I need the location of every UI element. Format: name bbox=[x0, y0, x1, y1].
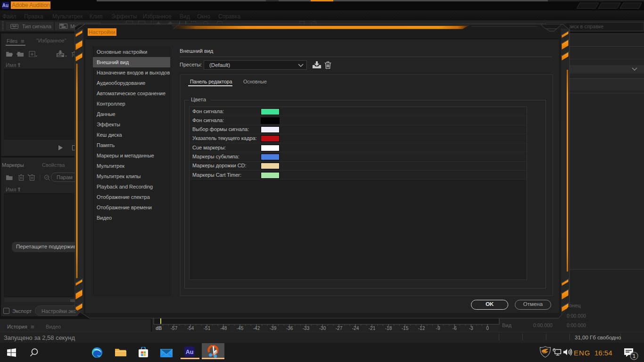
svg-text:-3: -3 bbox=[469, 326, 473, 331]
svg-text:-39: -39 bbox=[270, 326, 277, 331]
svg-text:-57: -57 bbox=[171, 326, 178, 331]
svg-text:dB: dB bbox=[156, 326, 162, 331]
svg-text:-27: -27 bbox=[336, 326, 343, 331]
svg-text:-42: -42 bbox=[253, 326, 260, 331]
svg-text:Au: Au bbox=[186, 349, 194, 355]
svg-text:-54: -54 bbox=[187, 326, 194, 331]
svg-text:-48: -48 bbox=[220, 326, 227, 331]
svg-text:-9: -9 bbox=[436, 326, 440, 331]
svg-text:-33: -33 bbox=[303, 326, 310, 331]
svg-text:-24: -24 bbox=[352, 326, 359, 331]
svg-text:0: 0 bbox=[486, 326, 489, 331]
svg-text:-51: -51 bbox=[204, 326, 211, 331]
svg-text:1: 1 bbox=[633, 353, 636, 359]
svg-text:-18: -18 bbox=[385, 326, 392, 331]
svg-text:-12: -12 bbox=[418, 326, 425, 331]
svg-text:-30: -30 bbox=[319, 326, 326, 331]
svg-text:-45: -45 bbox=[237, 326, 244, 331]
svg-text:-6: -6 bbox=[453, 326, 457, 331]
svg-text:-36: -36 bbox=[286, 326, 293, 331]
svg-text:-21: -21 bbox=[369, 326, 376, 331]
svg-text:-15: -15 bbox=[402, 326, 409, 331]
